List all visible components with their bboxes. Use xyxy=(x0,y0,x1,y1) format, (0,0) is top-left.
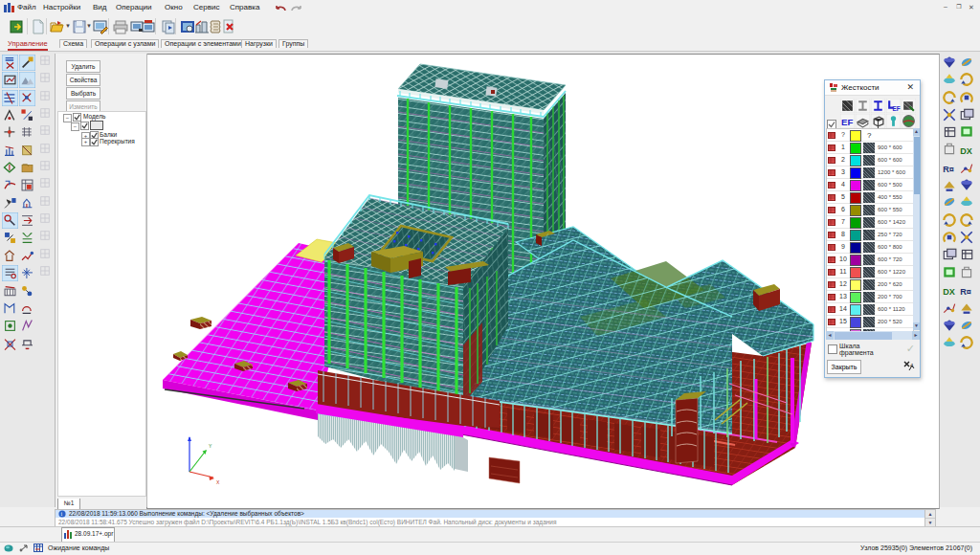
svg-text:R¤: R¤ xyxy=(943,165,954,174)
svg-text:EF: EF xyxy=(841,117,853,127)
svg-text:DX: DX xyxy=(943,287,955,297)
svg-text:R¤: R¤ xyxy=(960,287,971,297)
svg-text:Y: Y xyxy=(209,443,212,449)
svg-text:DX: DX xyxy=(960,146,972,156)
svg-text:EF: EF xyxy=(892,105,900,112)
svg-text:X: X xyxy=(216,479,220,485)
